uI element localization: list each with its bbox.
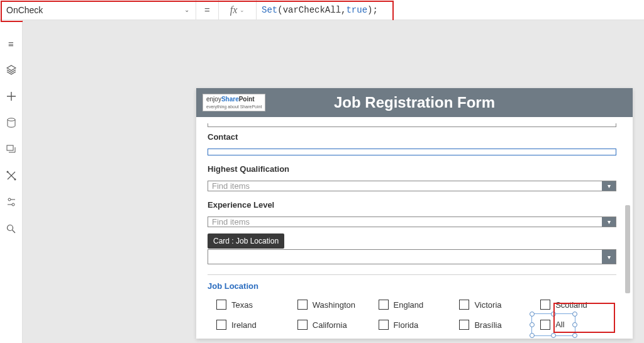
plus-icon[interactable]: [6, 91, 17, 102]
property-name: OnCheck: [6, 5, 43, 15]
formula-token-semi: ;: [372, 5, 377, 15]
equals-cell: =: [196, 0, 219, 20]
svg-point-4: [8, 198, 11, 201]
formula-token-arg: varCheckAll: [283, 5, 341, 15]
flows-icon[interactable]: [6, 170, 17, 181]
app-header: enjoySharePoint everything about SharePo…: [196, 88, 633, 117]
form-body: Contact Highest Qualification Find items…: [196, 117, 633, 339]
card-tooltip: Card : Job Location: [208, 233, 284, 249]
checkbox-icon: [297, 300, 308, 310]
formula-token-paren: (: [277, 5, 282, 15]
hamburger-icon[interactable]: ≡: [6, 38, 17, 49]
checkbox-label: Washington: [313, 300, 355, 310]
property-selector[interactable]: OnCheck ⌄: [0, 0, 196, 20]
logo-text: Share: [221, 96, 239, 103]
chevron-down-icon: ⌄: [184, 6, 189, 13]
checkbox-label: England: [394, 300, 424, 310]
checkbox-victoria[interactable]: Victoria: [459, 300, 535, 310]
checkbox-ireland[interactable]: Ireland: [216, 320, 292, 330]
checkbox-label: Texas: [231, 300, 253, 310]
partial-field: [208, 123, 616, 127]
field-label-contact: Contact: [208, 132, 623, 142]
resize-handle[interactable]: [572, 333, 577, 338]
checkbox-icon: [379, 300, 389, 310]
checkbox-label: Victoria: [474, 300, 501, 310]
svg-rect-1: [7, 145, 13, 150]
resize-handle[interactable]: [551, 333, 556, 338]
checkbox-icon: [540, 300, 550, 310]
scrollbar-thumb[interactable]: [625, 205, 630, 293]
checkbox-icon: [216, 300, 226, 310]
checkbox-icon: [216, 320, 226, 330]
svg-point-2: [6, 171, 8, 173]
checkbox-icon: [297, 320, 308, 330]
field-label-experience: Experience Level: [208, 200, 623, 210]
combo-placeholder: Find items: [212, 181, 250, 191]
jobtitle-combo[interactable]: ▾: [208, 249, 616, 264]
logo-text: enjoy: [206, 96, 221, 103]
checkbox-icon: [459, 320, 469, 330]
checkbox-icon: [540, 320, 550, 330]
job-title-row: Job Title Card : Job Location ▾: [205, 236, 623, 268]
checkbox-texas[interactable]: Texas: [216, 300, 292, 310]
checkbox-california[interactable]: California: [297, 320, 374, 330]
formula-token-kw: true: [346, 5, 367, 15]
resize-handle[interactable]: [551, 312, 556, 317]
media-icon[interactable]: [6, 143, 17, 155]
formula-bar: OnCheck ⌄ = fx ⌄ Set(varCheckAll,true);: [0, 0, 644, 20]
field-label-joblocation: Job Location: [208, 281, 623, 291]
experience-combo[interactable]: Find items ▾: [208, 216, 616, 227]
checkbox-label: All: [555, 320, 564, 330]
canvas[interactable]: enjoySharePoint everything about SharePo…: [23, 20, 644, 343]
app-screen: enjoySharePoint everything about SharePo…: [196, 88, 633, 339]
selection-outline: [531, 313, 575, 336]
layers-icon[interactable]: [6, 64, 17, 76]
formula-token-paren: ): [367, 5, 372, 15]
contact-input[interactable]: [208, 149, 616, 155]
checkbox-scotland[interactable]: Scotland: [540, 300, 616, 310]
resize-handle[interactable]: [530, 333, 535, 338]
formula-input[interactable]: Set(varCheckAll,true);: [257, 0, 644, 20]
checkbox-florida[interactable]: Florida: [379, 320, 455, 330]
workspace: ≡ enjoySharePoint everything abou: [0, 20, 644, 343]
resize-handle[interactable]: [530, 312, 535, 317]
fx-icon: fx: [230, 4, 238, 16]
logo-subtext: everything about SharePoint: [206, 104, 262, 109]
data-icon[interactable]: [6, 117, 17, 128]
svg-point-5: [12, 203, 14, 206]
checkbox-label: Florida: [394, 320, 419, 330]
checkbox-brasilia[interactable]: Brasília: [459, 320, 535, 330]
location-grid: Texas Washington England Victoria Scotla…: [216, 300, 616, 330]
chevron-down-icon: ▾: [602, 250, 616, 264]
checkbox-label: California: [313, 320, 347, 330]
page-title: Job Registration Form: [334, 94, 495, 111]
fx-button[interactable]: fx ⌄: [219, 0, 257, 20]
svg-point-3: [14, 179, 16, 181]
formula-token-comma: ,: [341, 5, 346, 15]
scrollbar[interactable]: [625, 123, 630, 339]
settings-icon[interactable]: [6, 196, 17, 208]
logo: enjoySharePoint everything about SharePo…: [203, 94, 265, 111]
checkbox-label: Brasília: [474, 320, 501, 330]
equals-sign: =: [204, 4, 210, 15]
resize-handle[interactable]: [572, 312, 577, 317]
checkbox-label: Scotland: [555, 300, 587, 310]
left-rail: ≡: [0, 20, 23, 343]
checkbox-all[interactable]: All: [540, 320, 616, 330]
chevron-down-icon: ⌄: [240, 7, 245, 13]
chevron-down-icon: ▾: [602, 181, 616, 191]
field-label-qualification: Highest Qualification: [208, 164, 623, 174]
qualification-combo[interactable]: Find items ▾: [208, 181, 616, 191]
checkbox-washington[interactable]: Washington: [297, 300, 374, 310]
logo-text: Point: [239, 96, 255, 103]
checkbox-england[interactable]: England: [379, 300, 455, 310]
chevron-down-icon: ▾: [602, 217, 616, 227]
svg-point-0: [8, 118, 15, 121]
formula-token-fn: Set: [262, 5, 277, 15]
checkbox-label: Ireland: [231, 320, 257, 330]
svg-point-6: [8, 225, 13, 230]
resize-handle[interactable]: [572, 322, 577, 327]
search-icon[interactable]: [6, 223, 17, 234]
checkbox-icon: [379, 320, 389, 330]
checkbox-icon: [459, 300, 469, 310]
